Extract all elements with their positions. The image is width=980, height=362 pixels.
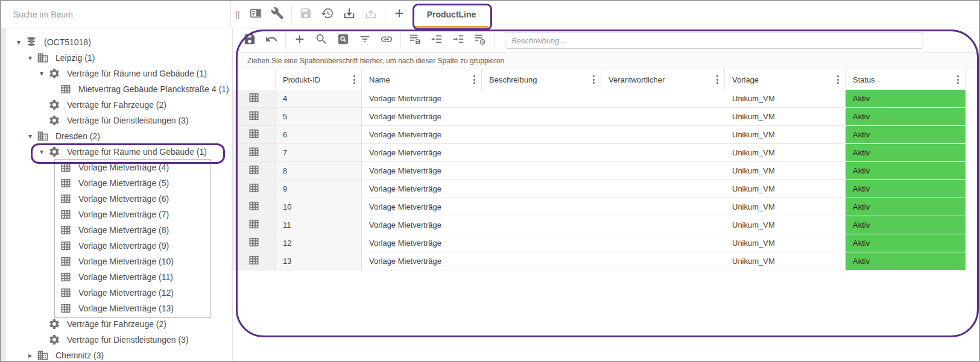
- tree-node[interactable]: Verträge für Dienstleistungen (3): [1, 113, 232, 128]
- column-header-status[interactable]: Status: [846, 69, 966, 90]
- grid-icon: [60, 193, 72, 205]
- column-header-produkt-id[interactable]: Produkt-ID: [276, 69, 362, 90]
- table-row[interactable]: 5Vorlage MietverträgeUnikum_VMAktiv: [233, 108, 979, 126]
- tree-node[interactable]: Vorlage Mietverträge (11): [1, 269, 232, 285]
- description-filter-input[interactable]: [505, 33, 923, 49]
- tree-node[interactable]: Vorlage Mietverträge (6): [1, 191, 232, 207]
- column-header-label: Produkt-ID: [283, 75, 320, 84]
- expand-arrow-icon[interactable]: ▾: [35, 148, 48, 156]
- tree-node[interactable]: Verträge für Fahrzeuge (2): [1, 97, 232, 113]
- cell-vorlage: Unikum_VM: [725, 252, 846, 270]
- table-row[interactable]: 9Vorlage MietverträgeUnikum_VMAktiv: [233, 180, 979, 198]
- column-header-name[interactable]: Name: [362, 69, 482, 90]
- tree-node[interactable]: ▾Dresden (2): [1, 128, 232, 144]
- grid-icon: [60, 287, 72, 299]
- table-row[interactable]: 7Vorlage MietverträgeUnikum_VMAktiv: [233, 144, 979, 162]
- tree-node[interactable]: ▸Chemnitz (3): [1, 348, 232, 362]
- filter-button[interactable]: [354, 30, 376, 51]
- search-button[interactable]: [311, 30, 332, 51]
- table-row[interactable]: 10Vorlage MietverträgeUnikum_VMAktiv: [233, 198, 979, 216]
- table-row[interactable]: 4Vorlage MietverträgeUnikum_VMAktiv: [233, 90, 979, 108]
- cell-produkt-id: 8: [276, 162, 362, 180]
- cell-name: Vorlage Mietverträge: [362, 162, 482, 180]
- column-menu-icon[interactable]: [714, 73, 721, 86]
- group-by-bar[interactable]: Ziehen Sie eine Spaltenüberschrift hierh…: [233, 52, 979, 69]
- row-grid-cell: [233, 198, 276, 216]
- cell-status: Aktiv: [846, 162, 966, 180]
- tree: ▾(OCT51018)▾Leipzig (1)▾Verträge für Räu…: [1, 34, 232, 362]
- tree-node[interactable]: Vorlage Mietverträge (10): [1, 254, 232, 269]
- tree-search-input[interactable]: [1, 1, 230, 28]
- layout-history-button[interactable]: [469, 30, 491, 51]
- layout-save-button[interactable]: [404, 30, 426, 51]
- tab-productline[interactable]: ProductLine: [413, 1, 490, 28]
- add-row-button[interactable]: [289, 30, 311, 51]
- undo-button[interactable]: [261, 30, 282, 51]
- table-row[interactable]: 11Vorlage MietverträgeUnikum_VMAktiv: [233, 216, 979, 234]
- tree-node[interactable]: ▾Leipzig (1): [1, 50, 232, 66]
- add-tab-button[interactable]: [388, 4, 410, 25]
- cell-name: Vorlage Mietverträge: [362, 180, 482, 198]
- save-button[interactable]: [239, 30, 261, 51]
- column-header-label: Verantwortlicher: [609, 75, 665, 84]
- cell-vorlage: Unikum_VM: [725, 198, 846, 216]
- search-box-button[interactable]: [332, 30, 354, 51]
- tree-node[interactable]: Vorlage Mietverträge (7): [1, 207, 232, 222]
- header-icon-column: [233, 69, 276, 90]
- column-menu-icon[interactable]: [590, 73, 597, 86]
- history-button[interactable]: [317, 4, 338, 25]
- cell-beschreibung: [482, 198, 601, 216]
- gear-icon: [48, 114, 60, 126]
- column-menu-icon[interactable]: [471, 73, 478, 86]
- link-button[interactable]: [376, 30, 397, 51]
- grid-icon: [60, 302, 72, 314]
- expand-arrow-icon[interactable]: ▾: [24, 54, 37, 62]
- tree-node[interactable]: Verträge für Fahrzeuge (2): [1, 316, 232, 332]
- save-button[interactable]: [295, 4, 317, 25]
- column-menu-icon[interactable]: [351, 73, 358, 86]
- wrench-button[interactable]: [267, 4, 288, 25]
- add-row-icon: [293, 33, 306, 48]
- cell-produkt-id: 4: [276, 90, 362, 108]
- download-button[interactable]: [338, 4, 360, 25]
- cell-status: Aktiv: [846, 90, 966, 108]
- table-row[interactable]: 8Vorlage MietverträgeUnikum_VMAktiv: [233, 162, 979, 180]
- expand-arrow-icon[interactable]: ▾: [35, 69, 48, 78]
- gear-icon: [48, 318, 60, 330]
- tree-node[interactable]: Vorlage Mietverträge (8): [1, 222, 232, 238]
- tree-node[interactable]: Mietvertrag Gebäude Planckstraße 4 (1): [1, 81, 232, 97]
- column-header-label: Status: [853, 75, 875, 84]
- column-header-beschreibung[interactable]: Beschreibung: [482, 69, 601, 90]
- cell-beschreibung: [482, 216, 601, 234]
- tree-node[interactable]: Vorlage Mietverträge (13): [1, 301, 232, 316]
- cell-verantwortlicher: [601, 252, 725, 270]
- cell-beschreibung: [482, 90, 601, 108]
- cell-produkt-id: 5: [276, 108, 362, 126]
- splitter-handle[interactable]: ||: [233, 1, 242, 28]
- table-row[interactable]: 6Vorlage MietverträgeUnikum_VMAktiv: [233, 126, 979, 144]
- tree-node[interactable]: Verträge für Dienstleistungen (3): [1, 332, 232, 348]
- building-icon: [37, 349, 49, 361]
- expand-arrow-icon[interactable]: ▸: [24, 351, 37, 360]
- form-panel-button[interactable]: [245, 4, 267, 25]
- column-header-vorlage[interactable]: Vorlage: [725, 69, 846, 90]
- tree-node[interactable]: ▾(OCT51018): [1, 34, 232, 50]
- cell-status: Aktiv: [846, 144, 966, 162]
- tree-node[interactable]: Vorlage Mietverträge (5): [1, 175, 232, 191]
- column-menu-icon[interactable]: [955, 73, 961, 86]
- tree-node[interactable]: ▾Verträge für Räume und Gebäude (1): [1, 66, 232, 81]
- column-menu-icon[interactable]: [835, 73, 841, 86]
- collapse-columns-button[interactable]: [426, 30, 447, 51]
- table-row[interactable]: 13Vorlage MietverträgeUnikum_VMAktiv: [233, 252, 979, 270]
- tree-node[interactable]: ▾Verträge für Räume und Gebäude (1): [1, 144, 232, 160]
- tree-node[interactable]: Vorlage Mietverträge (9): [1, 238, 232, 254]
- upload-button[interactable]: [360, 4, 382, 25]
- tree-node[interactable]: Vorlage Mietverträge (12): [1, 285, 232, 301]
- grid-icon: [248, 164, 260, 178]
- tree-node[interactable]: Vorlage Mietverträge (4): [1, 160, 232, 175]
- table-row[interactable]: 12Vorlage MietverträgeUnikum_VMAktiv: [233, 234, 979, 252]
- expand-arrow-icon[interactable]: ▾: [24, 132, 37, 140]
- column-header-verantwortlicher[interactable]: Verantwortlicher: [601, 69, 725, 90]
- expand-arrow-icon[interactable]: ▾: [12, 38, 25, 46]
- expand-columns-button[interactable]: [447, 30, 469, 51]
